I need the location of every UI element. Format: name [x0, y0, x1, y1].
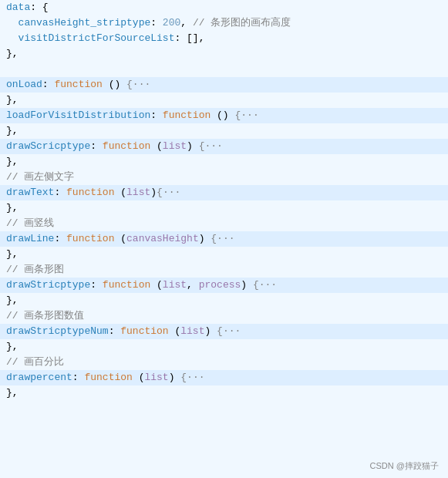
code-line: },	[0, 247, 448, 262]
code-line: canvasHeight_striptype: 200, // 条形图的画布高度	[0, 15, 448, 31]
code-line: },	[0, 154, 448, 170]
code-line: },	[0, 200, 448, 216]
watermark: CSDN @摔跤猫子	[370, 460, 439, 472]
code-line: },	[0, 123, 448, 139]
code-line: drawLine: function (canvasHeight) {···	[0, 231, 448, 247]
code-line: drawText: function (list){···	[0, 185, 448, 200]
code-line: },	[0, 46, 448, 62]
code-line: drawStricptypeNum: function (list) {···	[0, 324, 448, 339]
code-line: // 画左侧文字	[0, 170, 448, 185]
code-line: loadForVisitDistribution: function () {·…	[0, 108, 448, 123]
code-line	[0, 62, 448, 77]
code-line: // 画竖线	[0, 216, 448, 231]
code-line: drawStricptype: function (list, process)…	[0, 278, 448, 293]
code-line: drawScricptype: function (list) {···	[0, 139, 448, 154]
code-line: // 画条形图数值	[0, 308, 448, 324]
code-line: // 画百分比	[0, 355, 448, 370]
code-line: // 画条形图	[0, 262, 448, 278]
code-editor: data: { canvasHeight_striptype: 200, // …	[0, 0, 448, 478]
code-line: onLoad: function () {···	[0, 77, 448, 93]
code-line: visitDistrictForSourceList: [],	[0, 31, 448, 46]
code-line: },	[0, 339, 448, 355]
code-line: },	[0, 293, 448, 308]
code-line: },	[0, 93, 448, 108]
code-line: },	[0, 385, 448, 401]
code-line: drawpercent: function (list) {···	[0, 370, 448, 385]
code-line: data: {	[0, 0, 448, 15]
